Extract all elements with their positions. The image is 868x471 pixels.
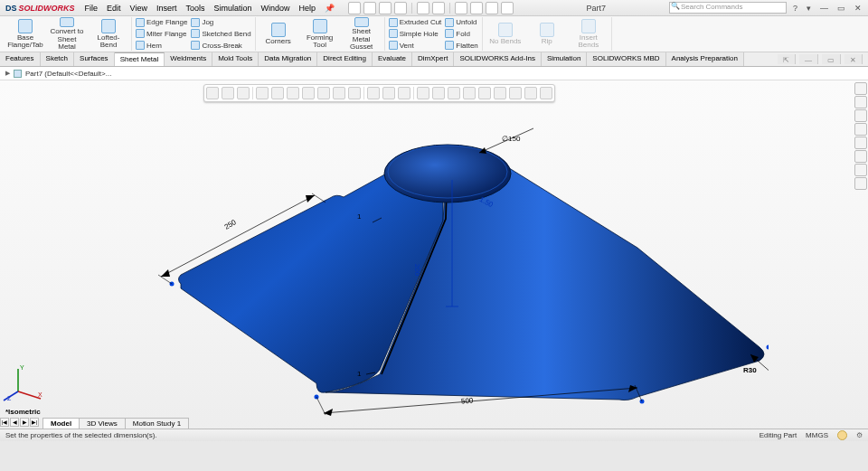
menu-simulation[interactable]: Simulation bbox=[209, 4, 256, 13]
taskpane-design-lib-icon[interactable] bbox=[854, 109, 867, 122]
tab-weldments[interactable]: Weldments bbox=[165, 52, 212, 66]
doc-expand-icon[interactable]: ⇱ bbox=[778, 54, 796, 64]
tab-model[interactable]: Model bbox=[42, 418, 80, 429]
tab-mold-tools[interactable]: Mold Tools bbox=[212, 52, 259, 66]
extruded-cut-button[interactable]: Extruded Cut bbox=[389, 17, 442, 28]
qat-open-icon[interactable] bbox=[363, 2, 376, 14]
tab-addins[interactable]: SOLIDWORKS Add-Ins bbox=[454, 52, 542, 66]
hud-btn-j-icon[interactable] bbox=[509, 87, 522, 99]
display-style-icon[interactable] bbox=[287, 87, 299, 99]
maximize-button[interactable]: ▭ bbox=[835, 4, 848, 13]
breadcrumb-expand-icon[interactable]: ▶ bbox=[5, 70, 10, 77]
miter-flange-button[interactable]: Miter Flange bbox=[136, 28, 187, 39]
search-input[interactable]: Search Commands bbox=[669, 2, 787, 14]
prev-view-icon[interactable] bbox=[237, 87, 250, 99]
menu-edit[interactable]: Edit bbox=[102, 4, 126, 13]
tab-evaluate[interactable]: Evaluate bbox=[373, 52, 412, 66]
dim-height[interactable]: 200 bbox=[413, 264, 421, 276]
tab-sketch[interactable]: Sketch bbox=[41, 52, 74, 66]
hud-btn-i-icon[interactable] bbox=[494, 87, 506, 99]
lofted-bend-button[interactable]: Lofted-Bend bbox=[90, 17, 127, 52]
status-units[interactable]: MMGS bbox=[806, 431, 828, 439]
tab-surfaces[interactable]: Surfaces bbox=[74, 52, 115, 66]
help-button[interactable]: ? bbox=[790, 4, 800, 13]
taskpane-custom-props-icon[interactable] bbox=[854, 164, 867, 176]
jog-button[interactable]: Jog bbox=[191, 17, 250, 28]
tab-data-migration[interactable]: Data Migration bbox=[259, 52, 317, 66]
view-settings-icon[interactable] bbox=[348, 87, 361, 99]
menu-help[interactable]: Help bbox=[294, 4, 320, 13]
dim-thk-front[interactable]: 1 bbox=[357, 370, 361, 378]
taskpane-file-explorer-icon[interactable] bbox=[854, 123, 867, 136]
forming-tool-button[interactable]: Forming Tool bbox=[301, 17, 339, 52]
menu-pin-icon[interactable]: 📌 bbox=[320, 4, 339, 13]
taskpane-appearances-icon[interactable] bbox=[854, 150, 867, 163]
hem-button[interactable]: Hem bbox=[136, 40, 187, 51]
section-view-icon[interactable] bbox=[256, 87, 269, 99]
dim-edge-front[interactable]: 500 bbox=[461, 396, 474, 405]
unfold-button[interactable]: Unfold bbox=[445, 17, 477, 28]
hud-btn-h-icon[interactable] bbox=[478, 87, 491, 99]
hide-show-icon[interactable] bbox=[302, 87, 315, 99]
tab-analysis-prep[interactable]: Analysis Preparation bbox=[666, 52, 744, 66]
status-flag-icon[interactable] bbox=[837, 430, 847, 440]
fold-button[interactable]: Fold bbox=[445, 28, 477, 39]
qat-rebuild-icon[interactable] bbox=[470, 2, 483, 14]
tab-direct-editing[interactable]: Direct Editing bbox=[317, 52, 373, 66]
hud-btn-e-icon[interactable] bbox=[432, 87, 445, 99]
view-orient-icon[interactable] bbox=[271, 87, 284, 99]
dim-radius[interactable]: R30 bbox=[743, 366, 757, 374]
hud-btn-k-icon[interactable] bbox=[524, 87, 537, 99]
tab-sheet-metal[interactable]: Sheet Metal bbox=[115, 52, 165, 66]
simple-hole-button[interactable]: Simple Hole bbox=[389, 28, 442, 39]
help-dropdown[interactable]: ▾ bbox=[804, 4, 814, 13]
tab-3d-views[interactable]: 3D Views bbox=[79, 418, 126, 429]
taskpane-forum-icon[interactable] bbox=[854, 177, 867, 190]
dim-diameter[interactable]: ∅150 bbox=[502, 135, 520, 143]
menu-view[interactable]: View bbox=[126, 4, 152, 13]
hud-btn-g-icon[interactable] bbox=[463, 87, 476, 99]
sheet-next-icon[interactable]: ▶ bbox=[20, 418, 29, 427]
qat-options-icon[interactable] bbox=[486, 2, 498, 14]
vent-button[interactable]: Vent bbox=[389, 40, 442, 51]
menu-insert[interactable]: Insert bbox=[152, 4, 182, 13]
doc-min-icon[interactable]: — bbox=[799, 54, 818, 64]
flatten-button[interactable]: Flatten bbox=[445, 40, 477, 51]
dim-thk-left[interactable]: 1 bbox=[357, 212, 361, 221]
hud-btn-a-icon[interactable] bbox=[367, 87, 380, 99]
sheet-last-icon[interactable]: ▶| bbox=[30, 418, 39, 427]
doc-max-icon[interactable]: ▭ bbox=[822, 54, 841, 64]
menu-window[interactable]: Window bbox=[256, 4, 294, 13]
qat-redo-icon[interactable] bbox=[432, 2, 445, 14]
menu-tools[interactable]: Tools bbox=[181, 4, 209, 13]
orientation-triad[interactable]: Y X Z bbox=[9, 364, 45, 400]
tab-mbd[interactable]: SOLIDWORKS MBD bbox=[587, 52, 665, 66]
menu-file[interactable]: File bbox=[80, 4, 103, 13]
edit-appearance-icon[interactable] bbox=[317, 87, 330, 99]
taskpane-resources-icon[interactable] bbox=[854, 96, 867, 108]
taskpane-home-icon[interactable] bbox=[854, 82, 867, 95]
taskpane-view-palette-icon[interactable] bbox=[854, 137, 867, 149]
qat-new-icon[interactable] bbox=[348, 2, 361, 14]
zoom-fit-icon[interactable] bbox=[206, 87, 219, 99]
apply-scene-icon[interactable] bbox=[333, 87, 345, 99]
qat-settings-icon[interactable] bbox=[501, 2, 514, 14]
tab-dimxpert[interactable]: DimXpert bbox=[412, 52, 454, 66]
status-cog-icon[interactable]: ⚙ bbox=[856, 431, 863, 439]
zoom-area-icon[interactable] bbox=[222, 87, 234, 99]
sheet-prev-icon[interactable]: ◀ bbox=[10, 418, 19, 427]
qat-save-icon[interactable] bbox=[379, 2, 392, 14]
feature-tree-breadcrumb[interactable]: ▶ Part7 (Default<<Default>... bbox=[0, 67, 868, 80]
hud-btn-l-icon[interactable] bbox=[540, 87, 552, 99]
close-button[interactable]: ✕ bbox=[852, 4, 864, 13]
cross-break-button[interactable]: Cross-Break bbox=[191, 40, 250, 51]
tab-features[interactable]: Features bbox=[0, 52, 41, 66]
corners-button[interactable]: Corners bbox=[259, 17, 297, 52]
model-geometry[interactable] bbox=[136, 103, 769, 432]
qat-select-icon[interactable] bbox=[455, 2, 467, 14]
tab-simulation[interactable]: Simulation bbox=[542, 52, 587, 66]
sheet-first-icon[interactable]: |◀ bbox=[0, 418, 9, 427]
qat-print-icon[interactable] bbox=[394, 2, 407, 14]
gusset-button[interactable]: Sheet Metal Gusset bbox=[343, 17, 381, 52]
minimize-button[interactable]: — bbox=[817, 4, 831, 13]
